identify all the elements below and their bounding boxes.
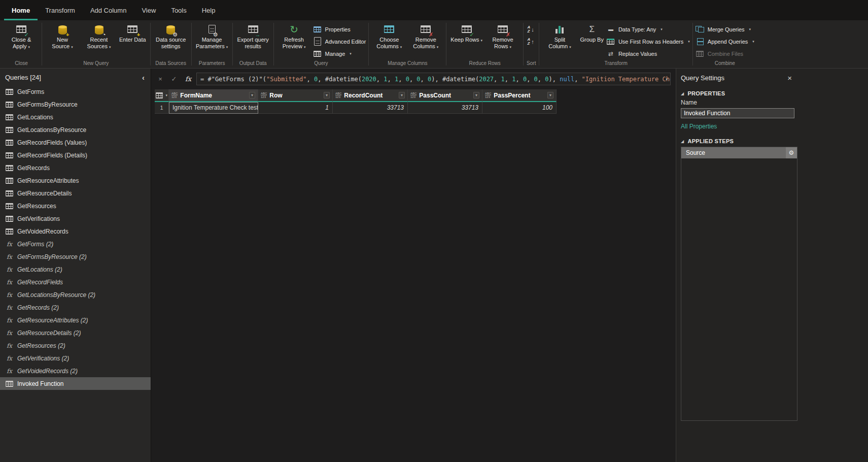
formula-cancel-button[interactable]: × (154, 74, 166, 85)
row-number[interactable]: 1 (155, 102, 169, 114)
column-header-recordcount[interactable]: ABC123RecordCount▾ (333, 89, 408, 102)
remove-columns-button[interactable]: ✗Remove Columns▾ (408, 22, 443, 51)
cell-row[interactable]: 1 (258, 102, 333, 114)
properties-section-header[interactable]: ◢ PROPERTIES (681, 90, 868, 96)
query-item-getforms[interactable]: GetForms (0, 85, 151, 98)
column-header-row[interactable]: ABC123Row▾ (258, 89, 333, 102)
close-settings-icon[interactable]: × (786, 74, 793, 82)
query-item-getrecords-2[interactable]: fxGetRecords (2) (0, 301, 151, 314)
query-item-getlocationsbyresource[interactable]: GetLocationsByResource (0, 123, 151, 136)
query-item-getformsbyresource-2[interactable]: fxGetFormsByResource (2) (0, 250, 151, 263)
ribbon-group-parameters: ⚙Manage Parameters▾Parameters (192, 20, 232, 68)
queries-list: GetFormsGetFormsByResourceGetLocationsGe… (0, 85, 151, 462)
query-item-getresources-2[interactable]: fxGetResources (2) (0, 339, 151, 352)
query-item-getrecordfields-details[interactable]: GetRecordFields (Details) (0, 149, 151, 161)
query-item-getresourcedetails[interactable]: GetResourceDetails (0, 187, 151, 200)
query-item-getlocations-2[interactable]: fxGetLocations (2) (0, 263, 151, 276)
split-column-button[interactable]: Split Column▾ (542, 22, 577, 51)
close-apply-icon: ✓ (16, 23, 26, 36)
formula-expand-icon[interactable]: ▾ (666, 73, 668, 85)
manage-button[interactable]: Manage▾ (313, 49, 366, 58)
query-item-getresourceattributes[interactable]: GetResourceAttributes (0, 174, 151, 187)
column-header-passpercent[interactable]: ABC123PassPercent▾ (482, 89, 557, 102)
ribbon-group-manage-columns: Choose Columns▾✗Remove Columns▾Manage Co… (369, 20, 446, 68)
menu-tab-add-column[interactable]: Add Column (83, 0, 134, 20)
applied-step-source[interactable]: Source⚙ (681, 147, 797, 158)
menu-tab-transform[interactable]: Transform (38, 0, 83, 20)
cell-passpercent[interactable]: 100 (482, 102, 557, 114)
column-filter-icon[interactable]: ▾ (399, 92, 405, 98)
column-filter-icon[interactable]: ▾ (547, 92, 553, 98)
query-item-getvoidedrecords-2[interactable]: fxGetVoidedRecords (2) (0, 365, 151, 377)
collapse-queries-pane-icon[interactable]: ‹ (141, 73, 146, 82)
query-item-getforms-2[interactable]: fxGetForms (2) (0, 238, 151, 250)
use-first-row-as-headers-button[interactable]: Use First Row as Headers▾ (606, 37, 690, 46)
datatype-any-icon: ABC123 (261, 92, 267, 98)
formula-bar: × ✓ fx = #"GetForms (2)"("Submitted", 0,… (151, 69, 676, 88)
column-header-formname[interactable]: ABC123FormName▾ (169, 89, 258, 102)
remove-rows-button[interactable]: ✗Remove Rows▾ (485, 22, 520, 51)
applied-steps-section-header[interactable]: ◢ APPLIED STEPS (681, 138, 868, 144)
query-item-getformsbyresource[interactable]: GetFormsByResource (0, 98, 151, 111)
properties-button[interactable]: Properties (313, 24, 366, 34)
recent-sources-button[interactable]: ◔Recent Sources▾ (81, 22, 117, 51)
table-icon (6, 152, 13, 158)
query-item-getverifications-2[interactable]: fxGetVerifications (2) (0, 352, 151, 365)
formula-commit-button[interactable]: ✓ (168, 74, 180, 85)
dropdown-chevron-icon: ▾ (350, 52, 352, 56)
keep-rows-button[interactable]: ✓Keep Rows▾ (449, 22, 484, 45)
query-item-getrecords[interactable]: GetRecords (0, 161, 151, 174)
formula-input[interactable]: = #"GetForms (2)"("Submitted", 0, #datet… (196, 73, 671, 85)
refresh-preview-button[interactable]: ↻Refresh Preview▾ (276, 22, 312, 51)
replace-values-button[interactable]: ⇄Replace Values (606, 49, 690, 58)
choose-columns-button[interactable]: Choose Columns▾ (371, 22, 407, 51)
advanced-editor-button[interactable]: Advanced Editor (313, 37, 366, 46)
all-properties-link[interactable]: All Properties (681, 123, 717, 130)
properties-section-label: PROPERTIES (687, 90, 725, 96)
query-item-getverifications[interactable]: GetVerifications (0, 212, 151, 225)
button-label: Choose Columns▾ (373, 37, 405, 50)
query-item-getresourcedetails-2[interactable]: fxGetResourceDetails (2) (0, 326, 151, 339)
query-item-getresourceattributes-2[interactable]: fxGetResourceAttributes (2) (0, 314, 151, 326)
export-query-results-button[interactable]: →Export query results (235, 22, 271, 51)
fx-icon: fx (6, 342, 13, 349)
query-item-getvoidedrecords[interactable]: GetVoidedRecords (0, 225, 151, 238)
column-header-passcount[interactable]: ABC123PassCount▾ (408, 89, 482, 102)
merge-queries-button[interactable]: Merge Queries▾ (696, 24, 754, 34)
cell-formname[interactable]: Ignition Temperature Check test (169, 102, 258, 114)
manage-parameters-button[interactable]: ⚙Manage Parameters▾ (194, 22, 230, 51)
dropdown-chevron-icon: ▾ (569, 45, 571, 49)
group-by-button[interactable]: ΣGroup By (578, 22, 605, 44)
column-filter-icon[interactable]: ▾ (324, 92, 330, 98)
step-settings-gear-icon[interactable]: ⚙ (786, 147, 797, 158)
sort-ascending-button[interactable]: AZ↓ (526, 24, 535, 34)
menu-tab-help[interactable]: Help (194, 0, 223, 20)
dropdown-chevron-icon: ▾ (304, 45, 306, 49)
query-item-getlocations[interactable]: GetLocations (0, 111, 151, 123)
new-source-button[interactable]: +New Source▾ (45, 22, 80, 51)
enter-data-button[interactable]: +Enter Data (118, 22, 148, 44)
close-apply-button[interactable]: ✓Close & Apply▾ (4, 22, 39, 51)
menu-tab-home[interactable]: Home (4, 0, 38, 20)
query-item-getrecordfields[interactable]: fxGetRecordFields (0, 276, 151, 288)
column-filter-icon[interactable]: ▾ (473, 92, 479, 98)
query-item-getrecordfields-values[interactable]: GetRecordFields (Values) (0, 136, 151, 149)
button-label: Merge Queries (708, 26, 745, 32)
grid-corner-cell[interactable]: ▾ (155, 89, 169, 102)
query-item-invoked-function[interactable]: Invoked Function (0, 377, 151, 390)
column-filter-icon[interactable]: ▾ (249, 92, 255, 98)
remove-rows-icon: ✗ (498, 23, 508, 36)
query-item-getresources[interactable]: GetResources (0, 200, 151, 212)
data-type-any-button[interactable]: ▬Data Type: Any▾ (606, 24, 690, 34)
menu-tab-view[interactable]: View (134, 0, 163, 20)
table-icon (6, 190, 13, 196)
data-source-settings-button[interactable]: ⚙Data source settings (153, 22, 189, 51)
append-queries-button[interactable]: Append Queries▾ (696, 37, 754, 46)
sort-descending-button[interactable]: AZ↑ (526, 37, 535, 46)
query-name-input[interactable] (681, 108, 794, 118)
cell-recordcount[interactable]: 33713 (333, 102, 408, 114)
cell-passcount[interactable]: 33713 (408, 102, 482, 114)
power-query-editor-window: HomeTransformAdd ColumnViewToolsHelp ✓Cl… (0, 0, 868, 462)
query-item-getlocationsbyresource-2[interactable]: fxGetLocationsByResource (2) (0, 288, 151, 301)
menu-tab-tools[interactable]: Tools (163, 0, 194, 20)
